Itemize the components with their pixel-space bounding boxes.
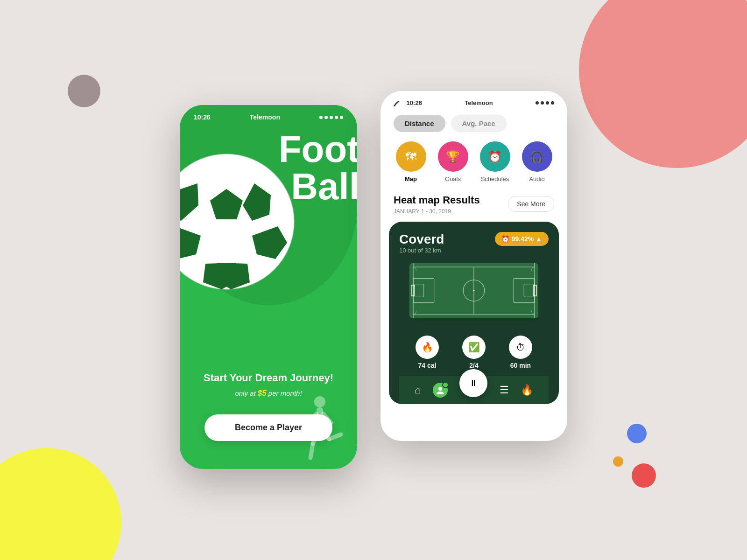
dark-stats-card: Coverd 10 out of 32 km ⏰ 99.42% ▲ (389, 222, 559, 404)
football-field (399, 261, 549, 324)
time-icon: ⏱ (509, 336, 532, 359)
heatmap-date: JANUARY 1 - 30, 2019 (394, 208, 480, 215)
heatmap-title: Heat map Results (394, 194, 480, 206)
goals-icon-circle: 🏆 (438, 141, 468, 172)
covered-info: Coverd 10 out of 32 km (399, 232, 444, 259)
card-header: Coverd 10 out of 32 km ⏰ 99.42% ▲ (399, 232, 549, 259)
tagline-text: Start Your Dream Journey! (204, 372, 333, 384)
tab-distance[interactable]: Distance (394, 115, 445, 132)
time-value: 60 min (510, 362, 531, 369)
left-status-bar: 10:26 Telemoon (180, 105, 357, 121)
left-phone: 10:26 Telemoon Foot Ball (180, 105, 357, 469)
icon-item-schedules[interactable]: ⏰ Schedules (480, 141, 510, 182)
bottom-navigation: ⌂ ⏸ ☰ 🔥 (399, 376, 549, 404)
icon-item-goals[interactable]: 🏆 Goals (438, 141, 468, 182)
icon-item-audio[interactable]: 🎧 Audio (522, 141, 552, 182)
tab-avg-pace[interactable]: Avg. Pace (451, 115, 507, 132)
soccer-ball-icon (180, 152, 296, 292)
percentage-value: 99.42% ▲ (512, 235, 542, 243)
right-status-bar: 10:26 Telemoon (381, 91, 567, 106)
bg-decoration-blue (627, 424, 647, 443)
schedules-icon-circle: ⏰ (480, 141, 510, 172)
menu-nav-icon[interactable]: ☰ (500, 384, 509, 396)
progress-value: 2/4 (469, 362, 478, 369)
left-time: 10:26 (194, 113, 211, 121)
signal-dots (319, 116, 343, 119)
price-suffix: per month! (267, 389, 302, 397)
see-more-button[interactable]: See More (508, 196, 554, 212)
covered-title: Coverd (399, 232, 444, 247)
bg-decoration-red (632, 463, 656, 488)
map-icon-circle: 🗺 (396, 141, 426, 172)
bg-decoration-gray (68, 75, 100, 107)
avatar-nav-icon[interactable] (433, 383, 448, 398)
heatmap-info: Heat map Results JANUARY 1 - 30, 2019 (394, 194, 480, 215)
progress-icon: ✅ (462, 336, 486, 359)
right-phone: 10:26 Telemoon Distance Avg. Pace 🗺 Map … (381, 91, 567, 441)
stat-time: ⏱ 60 min (509, 336, 532, 369)
svg-point-37 (438, 387, 442, 391)
tab-row: Distance Avg. Pace (381, 106, 567, 132)
phones-wrapper: 10:26 Telemoon Foot Ball (180, 91, 567, 469)
become-player-button[interactable]: Become a Player (204, 414, 332, 441)
right-time: 10:26 (394, 99, 422, 106)
pause-button[interactable]: ⏸ (459, 369, 487, 397)
price-value: $5 (258, 389, 267, 398)
calories-value: 74 cal (418, 362, 437, 369)
right-signal (536, 101, 554, 105)
bg-decoration-coral (579, 0, 747, 168)
bg-decoration-orange (613, 456, 623, 467)
icon-row: 🗺 Map 🏆 Goals ⏰ Schedules 🎧 Audio (381, 132, 567, 185)
bg-decoration-yellow (0, 448, 121, 560)
right-carrier: Telemoon (465, 99, 493, 106)
icon-item-map[interactable]: 🗺 Map (396, 141, 426, 182)
audio-label: Audio (529, 175, 544, 182)
stat-progress: ✅ 2/4 (462, 336, 486, 369)
percentage-badge: ⏰ 99.42% ▲ (495, 232, 549, 246)
goals-label: Goals (445, 175, 461, 182)
fire-nav-icon[interactable]: 🔥 (521, 384, 533, 396)
km-subtitle: 10 out of 32 km (399, 247, 444, 254)
price-line: only at $5 per month! (235, 389, 302, 398)
stat-calories: 🔥 74 cal (416, 336, 439, 369)
left-phone-bottom: Start Your Dream Journey! only at $5 per… (180, 329, 357, 469)
schedules-label: Schedules (481, 175, 509, 182)
calories-icon: 🔥 (416, 336, 439, 359)
ball-container (180, 152, 306, 301)
map-label: Map (405, 175, 417, 182)
price-prefix: only at (235, 389, 257, 397)
left-carrier: Telemoon (250, 113, 280, 121)
audio-icon-circle: 🎧 (522, 141, 552, 172)
home-nav-icon[interactable]: ⌂ (415, 384, 421, 396)
heatmap-header: Heat map Results JANUARY 1 - 30, 2019 Se… (381, 185, 567, 219)
